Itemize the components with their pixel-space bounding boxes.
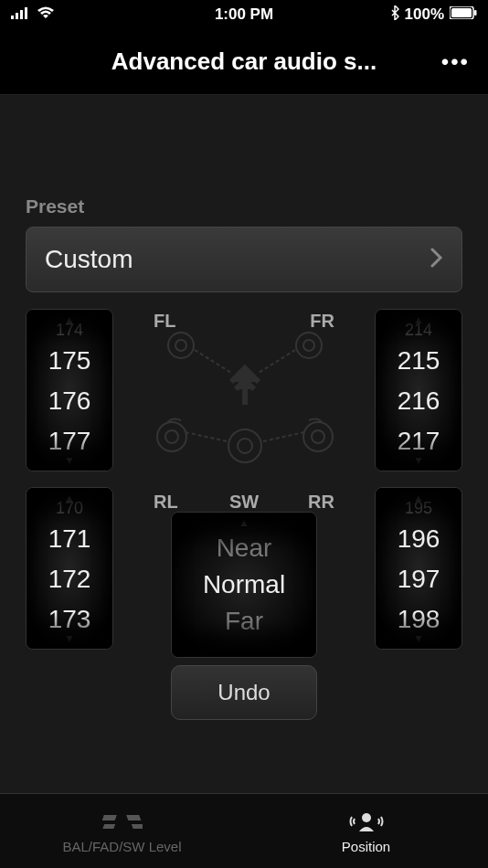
svg-point-16 bbox=[238, 439, 252, 453]
arrow-down-icon: ▼ bbox=[64, 632, 75, 645]
wheel-value: 175 bbox=[48, 341, 91, 381]
svg-rect-6 bbox=[474, 10, 477, 16]
undo-button[interactable]: Undo bbox=[171, 665, 317, 720]
svg-line-17 bbox=[195, 350, 231, 373]
wheel-value: Near bbox=[217, 530, 272, 566]
svg-point-15 bbox=[228, 429, 261, 462]
svg-rect-1 bbox=[16, 13, 18, 19]
tab-label: Position bbox=[342, 839, 390, 854]
arrow-down-icon: ▼ bbox=[413, 632, 424, 645]
svg-rect-2 bbox=[20, 10, 23, 19]
rr-wheel[interactable]: ▲ 195 196 197 198 ▼ bbox=[375, 487, 462, 650]
rl-label: RL bbox=[154, 492, 178, 513]
arrow-up-icon: ▲ bbox=[413, 492, 424, 504]
arrow-up-icon: ▲ bbox=[64, 492, 75, 504]
fl-wheel[interactable]: ▲ 174 175 176 177 ▼ bbox=[26, 309, 113, 471]
arrow-up-icon: ▲ bbox=[413, 313, 424, 326]
svg-rect-23 bbox=[102, 824, 115, 829]
car-diagram bbox=[144, 318, 345, 464]
preset-label: Preset bbox=[26, 196, 462, 217]
svg-point-9 bbox=[296, 333, 322, 358]
content: Preset Custom FL FR RL SW RR bbox=[0, 95, 488, 656]
svg-line-18 bbox=[259, 350, 295, 373]
status-right: 100% bbox=[390, 5, 477, 25]
svg-rect-24 bbox=[131, 824, 142, 829]
rr-label: RR bbox=[308, 492, 334, 513]
preset-value: Custom bbox=[45, 245, 133, 274]
arrow-down-icon: ▼ bbox=[413, 454, 424, 467]
wheel-value: Far bbox=[225, 603, 263, 640]
wheel-value: Normal bbox=[203, 566, 285, 603]
wheel-value: 197 bbox=[398, 559, 440, 599]
nav-header: Advanced car audio s... ••• bbox=[0, 29, 488, 95]
rl-wheel[interactable]: ▲ 170 171 172 173 ▼ bbox=[26, 487, 113, 650]
svg-line-20 bbox=[263, 432, 304, 441]
svg-rect-21 bbox=[102, 815, 117, 820]
signal-icon bbox=[11, 5, 31, 24]
arrow-up-icon: ▲ bbox=[64, 313, 75, 326]
wheel-value: 172 bbox=[48, 559, 91, 599]
wheel-value: 215 bbox=[398, 341, 440, 381]
fr-wheel[interactable]: ▲ 214 215 216 217 ▼ bbox=[375, 309, 462, 471]
bluetooth-icon bbox=[390, 5, 399, 25]
svg-rect-22 bbox=[126, 815, 141, 820]
battery-percent: 100% bbox=[405, 5, 444, 24]
page-title: Advanced car audio s... bbox=[111, 48, 377, 76]
svg-point-11 bbox=[157, 422, 186, 451]
svg-point-8 bbox=[175, 340, 186, 351]
svg-line-19 bbox=[186, 432, 227, 441]
sw-label: SW bbox=[229, 492, 259, 513]
speaker-area: FL FR RL SW RR bbox=[26, 309, 462, 656]
svg-point-7 bbox=[168, 333, 194, 358]
wheel-value: 216 bbox=[398, 381, 440, 421]
wheel-value: 176 bbox=[48, 381, 91, 421]
tab-bal-fad-sw[interactable]: BAL/FAD/SW Level bbox=[0, 794, 244, 868]
svg-rect-3 bbox=[25, 7, 27, 19]
undo-label: Undo bbox=[217, 680, 270, 705]
svg-rect-0 bbox=[11, 16, 14, 19]
tab-bar: BAL/FAD/SW Level Position bbox=[0, 793, 488, 868]
tab-label: BAL/FAD/SW Level bbox=[62, 839, 181, 854]
wifi-icon bbox=[37, 5, 55, 24]
balance-icon bbox=[102, 808, 143, 835]
sw-wheel[interactable]: ▲ Near Normal Far bbox=[171, 512, 317, 658]
svg-point-13 bbox=[303, 422, 333, 451]
wheel-value: 171 bbox=[48, 519, 91, 559]
more-icon[interactable]: ••• bbox=[441, 49, 470, 75]
arrow-down-icon: ▼ bbox=[64, 454, 75, 467]
tab-position[interactable]: Position bbox=[244, 794, 488, 868]
chevron-right-icon bbox=[430, 245, 443, 274]
svg-point-12 bbox=[165, 430, 178, 443]
svg-point-10 bbox=[303, 340, 314, 351]
svg-point-25 bbox=[362, 813, 371, 822]
status-time: 1:00 PM bbox=[215, 5, 273, 24]
battery-icon bbox=[450, 5, 477, 24]
status-bar: 1:00 PM 100% bbox=[0, 0, 488, 29]
svg-point-14 bbox=[312, 430, 324, 443]
preset-select[interactable]: Custom bbox=[26, 227, 462, 292]
status-left bbox=[11, 5, 55, 24]
arrow-up-icon: ▲ bbox=[239, 516, 249, 529]
wheel-value: 196 bbox=[398, 519, 440, 559]
position-icon bbox=[346, 808, 387, 835]
svg-rect-5 bbox=[451, 8, 472, 17]
